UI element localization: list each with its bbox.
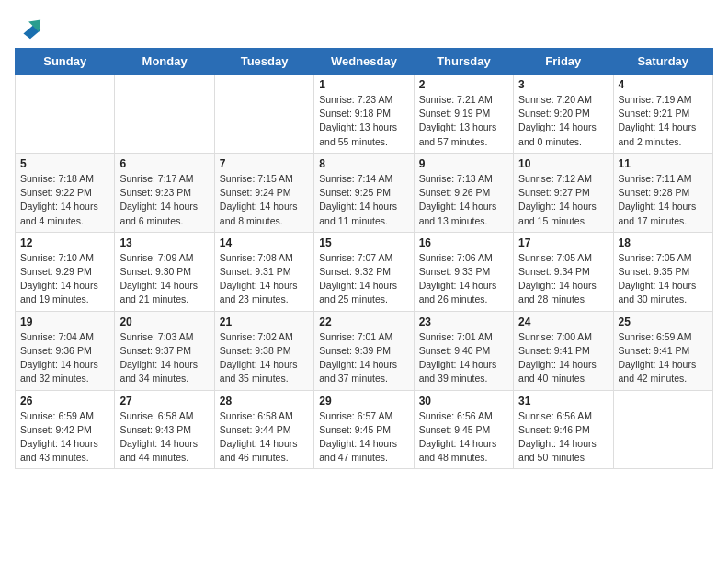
- day-info: Sunrise: 6:59 AMSunset: 9:42 PMDaylight:…: [20, 409, 109, 465]
- calendar-cell: 2Sunrise: 7:21 AMSunset: 9:19 PMDaylight…: [414, 75, 513, 154]
- calendar-cell: 21Sunrise: 7:02 AMSunset: 9:38 PMDayligh…: [214, 311, 313, 390]
- calendar-header-tuesday: Tuesday: [214, 49, 313, 75]
- calendar-cell: 14Sunrise: 7:08 AMSunset: 9:31 PMDayligh…: [214, 232, 313, 311]
- day-number: 19: [20, 316, 109, 328]
- calendar-cell: 4Sunrise: 7:19 AMSunset: 9:21 PMDaylight…: [613, 75, 712, 154]
- day-number: 14: [220, 236, 309, 249]
- day-number: 20: [119, 316, 209, 328]
- calendar-cell: 29Sunrise: 6:57 AMSunset: 9:45 PMDayligh…: [314, 390, 414, 469]
- day-number: 21: [220, 316, 309, 328]
- day-info: Sunrise: 7:15 AMSunset: 9:24 PMDaylight:…: [220, 172, 309, 228]
- calendar-cell: 24Sunrise: 7:00 AMSunset: 9:41 PMDayligh…: [514, 311, 613, 390]
- calendar-cell: [613, 390, 712, 469]
- calendar-cell: 17Sunrise: 7:05 AMSunset: 9:34 PMDayligh…: [514, 232, 613, 311]
- logo: [15, 15, 42, 40]
- day-info: Sunrise: 7:04 AMSunset: 9:36 PMDaylight:…: [20, 330, 109, 386]
- day-info: Sunrise: 6:58 AMSunset: 9:43 PMDaylight:…: [119, 409, 209, 465]
- calendar-cell: 12Sunrise: 7:10 AMSunset: 9:29 PMDayligh…: [16, 232, 115, 311]
- calendar-cell: 22Sunrise: 7:01 AMSunset: 9:39 PMDayligh…: [314, 311, 414, 390]
- calendar-table: SundayMondayTuesdayWednesdayThursdayFrid…: [15, 48, 713, 469]
- calendar-cell: 5Sunrise: 7:18 AMSunset: 9:22 PMDaylight…: [16, 153, 115, 232]
- calendar-cell: 8Sunrise: 7:14 AMSunset: 9:25 PMDaylight…: [314, 153, 414, 232]
- day-number: 23: [419, 316, 508, 328]
- calendar-week-row: 26Sunrise: 6:59 AMSunset: 9:42 PMDayligh…: [16, 390, 713, 469]
- day-number: 3: [518, 78, 608, 91]
- day-info: Sunrise: 7:17 AMSunset: 9:23 PMDaylight:…: [119, 172, 209, 228]
- calendar-week-row: 12Sunrise: 7:10 AMSunset: 9:29 PMDayligh…: [16, 232, 713, 311]
- day-number: 31: [518, 395, 608, 408]
- calendar-cell: 28Sunrise: 6:58 AMSunset: 9:44 PMDayligh…: [214, 390, 313, 469]
- day-number: 5: [20, 157, 109, 170]
- day-info: Sunrise: 7:13 AMSunset: 9:26 PMDaylight:…: [419, 172, 508, 228]
- day-info: Sunrise: 7:08 AMSunset: 9:31 PMDaylight:…: [220, 251, 309, 307]
- calendar-cell: [16, 75, 115, 154]
- day-info: Sunrise: 7:14 AMSunset: 9:25 PMDaylight:…: [319, 172, 408, 228]
- day-info: Sunrise: 7:10 AMSunset: 9:29 PMDaylight:…: [20, 251, 109, 307]
- calendar-cell: 27Sunrise: 6:58 AMSunset: 9:43 PMDayligh…: [115, 390, 214, 469]
- calendar-cell: 11Sunrise: 7:11 AMSunset: 9:28 PMDayligh…: [613, 153, 712, 232]
- calendar-cell: 6Sunrise: 7:17 AMSunset: 9:23 PMDaylight…: [115, 153, 214, 232]
- day-number: 2: [419, 78, 508, 91]
- calendar-cell: 26Sunrise: 6:59 AMSunset: 9:42 PMDayligh…: [16, 390, 115, 469]
- day-number: 29: [319, 395, 408, 408]
- calendar-cell: 16Sunrise: 7:06 AMSunset: 9:33 PMDayligh…: [414, 232, 513, 311]
- calendar-cell: 15Sunrise: 7:07 AMSunset: 9:32 PMDayligh…: [314, 232, 414, 311]
- calendar-header-friday: Friday: [514, 49, 613, 75]
- calendar-cell: 7Sunrise: 7:15 AMSunset: 9:24 PMDaylight…: [214, 153, 313, 232]
- day-info: Sunrise: 7:01 AMSunset: 9:40 PMDaylight:…: [419, 330, 508, 386]
- calendar-cell: 30Sunrise: 6:56 AMSunset: 9:45 PMDayligh…: [414, 390, 513, 469]
- day-number: 27: [119, 395, 209, 408]
- day-number: 18: [619, 236, 708, 249]
- day-number: 26: [20, 395, 109, 408]
- day-number: 24: [518, 316, 608, 328]
- day-info: Sunrise: 7:05 AMSunset: 9:34 PMDaylight:…: [518, 251, 608, 307]
- day-info: Sunrise: 7:11 AMSunset: 9:28 PMDaylight:…: [619, 172, 708, 228]
- calendar-header-wednesday: Wednesday: [314, 49, 414, 75]
- calendar-cell: 19Sunrise: 7:04 AMSunset: 9:36 PMDayligh…: [16, 311, 115, 390]
- day-number: 1: [319, 78, 408, 91]
- day-number: 11: [619, 157, 708, 170]
- day-number: 12: [20, 236, 109, 249]
- calendar-cell: 3Sunrise: 7:20 AMSunset: 9:20 PMDaylight…: [514, 75, 613, 154]
- day-info: Sunrise: 7:18 AMSunset: 9:22 PMDaylight:…: [20, 172, 109, 228]
- day-info: Sunrise: 6:56 AMSunset: 9:45 PMDaylight:…: [419, 409, 508, 465]
- day-number: 9: [419, 157, 508, 170]
- calendar-cell: [115, 75, 214, 154]
- calendar-cell: [214, 75, 313, 154]
- day-info: Sunrise: 7:05 AMSunset: 9:35 PMDaylight:…: [619, 251, 708, 307]
- calendar-header-monday: Monday: [115, 49, 214, 75]
- calendar-cell: 10Sunrise: 7:12 AMSunset: 9:27 PMDayligh…: [514, 153, 613, 232]
- day-info: Sunrise: 7:09 AMSunset: 9:30 PMDaylight:…: [119, 251, 209, 307]
- calendar-cell: 31Sunrise: 6:56 AMSunset: 9:46 PMDayligh…: [514, 390, 613, 469]
- calendar-week-row: 19Sunrise: 7:04 AMSunset: 9:36 PMDayligh…: [16, 311, 713, 390]
- day-number: 16: [419, 236, 508, 249]
- day-info: Sunrise: 7:20 AMSunset: 9:20 PMDaylight:…: [518, 93, 608, 149]
- calendar-cell: 18Sunrise: 7:05 AMSunset: 9:35 PMDayligh…: [613, 232, 712, 311]
- day-info: Sunrise: 7:06 AMSunset: 9:33 PMDaylight:…: [419, 251, 508, 307]
- calendar-cell: 25Sunrise: 6:59 AMSunset: 9:41 PMDayligh…: [613, 311, 712, 390]
- day-info: Sunrise: 6:59 AMSunset: 9:41 PMDaylight:…: [619, 330, 708, 386]
- day-number: 6: [119, 157, 209, 170]
- day-info: Sunrise: 7:01 AMSunset: 9:39 PMDaylight:…: [319, 330, 408, 386]
- day-number: 4: [619, 78, 708, 91]
- day-info: Sunrise: 7:03 AMSunset: 9:37 PMDaylight:…: [119, 330, 209, 386]
- day-number: 8: [319, 157, 408, 170]
- calendar-cell: 9Sunrise: 7:13 AMSunset: 9:26 PMDaylight…: [414, 153, 513, 232]
- calendar-cell: 20Sunrise: 7:03 AMSunset: 9:37 PMDayligh…: [115, 311, 214, 390]
- day-info: Sunrise: 7:23 AMSunset: 9:18 PMDaylight:…: [319, 93, 408, 149]
- day-number: 15: [319, 236, 408, 249]
- day-number: 17: [518, 236, 608, 249]
- day-number: 13: [119, 236, 209, 249]
- calendar-header-sunday: Sunday: [16, 49, 115, 75]
- calendar-cell: 13Sunrise: 7:09 AMSunset: 9:30 PMDayligh…: [115, 232, 214, 311]
- day-info: Sunrise: 7:02 AMSunset: 9:38 PMDaylight:…: [220, 330, 309, 386]
- calendar-header-row: SundayMondayTuesdayWednesdayThursdayFrid…: [16, 49, 713, 75]
- calendar-week-row: 1Sunrise: 7:23 AMSunset: 9:18 PMDaylight…: [16, 75, 713, 154]
- day-info: Sunrise: 7:00 AMSunset: 9:41 PMDaylight:…: [518, 330, 608, 386]
- calendar-cell: 23Sunrise: 7:01 AMSunset: 9:40 PMDayligh…: [414, 311, 513, 390]
- day-number: 22: [319, 316, 408, 328]
- logo-icon: [17, 15, 42, 40]
- calendar-header-saturday: Saturday: [613, 49, 712, 75]
- day-number: 30: [419, 395, 508, 408]
- calendar-week-row: 5Sunrise: 7:18 AMSunset: 9:22 PMDaylight…: [16, 153, 713, 232]
